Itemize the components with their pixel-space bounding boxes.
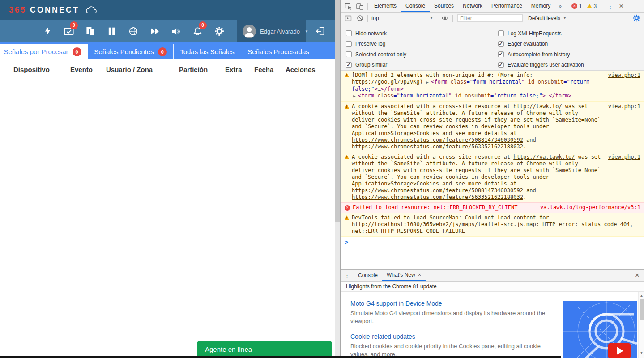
console-link[interactable]: http://localhost:1080/365webv2/js/maps/l… <box>352 221 536 227</box>
clear-console-icon[interactable] <box>354 13 366 24</box>
close-tab-icon[interactable]: × <box>418 269 422 281</box>
inspect-element-icon[interactable] <box>342 0 354 12</box>
settings-gear-icon[interactable] <box>213 25 225 38</box>
tab-network[interactable]: Network <box>458 0 487 12</box>
console-warning-sourcemap: DevTools failed to load SourceMap: Could… <box>341 213 644 237</box>
tab-todas-las-senales[interactable]: Todas las Señales <box>174 44 241 59</box>
more-tabs-icon[interactable]: » <box>555 3 565 9</box>
app-toolbar: 0 0 <box>0 20 335 42</box>
signal-tabs: Señales por Procesar 0 Señales Pendiente… <box>0 42 335 59</box>
checkbox-log-xmlhttprequests[interactable] <box>498 30 504 36</box>
messages-icon[interactable]: 0 <box>63 25 75 38</box>
console-link[interactable]: http://tawk.to/ <box>513 103 562 110</box>
video-thumbnail[interactable] <box>563 301 637 358</box>
tab-memory[interactable]: Memory <box>527 0 555 12</box>
tab-performance[interactable]: Performance <box>487 0 527 12</box>
toolbar-spacer <box>225 20 237 42</box>
scroll-up-icon[interactable]: ▲ <box>639 293 644 299</box>
page-scrollbar[interactable] <box>335 0 340 358</box>
console-link[interactable]: https://va.tawk.to/ <box>513 154 575 160</box>
drawer-tab-whats-new[interactable]: What's New × <box>382 270 426 281</box>
tab-label: Todas las Señales <box>180 48 235 55</box>
notifications-icon[interactable]: 0 <box>192 25 204 38</box>
message-segment: DevTools failed to load SourceMap: Could… <box>352 215 549 221</box>
chevron-down-icon: ▼ <box>430 16 433 20</box>
log-levels-selector[interactable]: Default levels ▼ <box>528 15 567 21</box>
youtube-play-icon[interactable] <box>608 343 631 358</box>
scrollbar-thumb[interactable] <box>335 0 340 222</box>
checkbox-selected-context-only[interactable] <box>346 51 352 57</box>
console-link[interactable]: https://goo.gl/9p2vKg <box>352 79 420 85</box>
live-expression-eye-icon[interactable] <box>439 13 451 24</box>
code-token: onsubmit <box>461 93 490 99</box>
code-token: ="form-horizontal" <box>393 93 452 99</box>
lightning-icon[interactable] <box>41 25 53 38</box>
warning-icon <box>345 155 349 159</box>
devtools-menu-icon[interactable]: ⋮ <box>603 2 617 10</box>
logout-button[interactable] <box>306 20 335 42</box>
tab-senales-pendientes[interactable]: Señales Pendientes 0 <box>88 44 174 59</box>
source-link[interactable]: va.tawk.to/log-performance/v3:1 <box>540 204 640 211</box>
checkbox-hide-network[interactable] <box>346 30 352 36</box>
checkbox-group-similar[interactable] <box>346 62 352 68</box>
fast-forward-icon[interactable] <box>149 25 161 38</box>
tab-senales-procesadas[interactable]: Señales Procesadas <box>241 44 316 59</box>
console-sidebar-icon[interactable] <box>342 13 354 24</box>
setting-log-xmlhttprequests: Log XMLHttpRequests <box>498 28 584 39</box>
console-filter-input[interactable] <box>457 14 523 22</box>
globe-icon[interactable] <box>127 25 139 38</box>
console-link[interactable]: https://www.chromestatus.com/feature/563… <box>352 194 523 200</box>
tab-console[interactable]: Console <box>401 0 430 12</box>
setting-selected-context-only: Selected context only <box>346 49 498 60</box>
code-token: class <box>447 79 466 85</box>
copy-icon[interactable] <box>84 25 96 38</box>
expand-icon[interactable]: ▶ <box>426 80 431 84</box>
checkbox-evaluate-user-activation[interactable] <box>498 62 504 68</box>
console-link[interactable]: https://www.chromestatus.com/feature/563… <box>352 143 523 150</box>
message-segment: A cookie associated with a cross-site re… <box>352 103 513 110</box>
console-link[interactable]: https://www.chromestatus.com/feature/508… <box>352 137 523 143</box>
scrollbar-thumb[interactable] <box>640 299 644 320</box>
code-token: <form <box>358 93 374 99</box>
drawer-close-icon[interactable]: × <box>633 271 644 280</box>
app-logo: 365 CONNECT <box>9 5 98 15</box>
checkbox-eager-evaluation[interactable] <box>498 41 504 47</box>
tab-elements[interactable]: Elements <box>370 0 401 12</box>
source-link[interactable]: view.php:1 <box>608 103 640 110</box>
brand-name: CONNECT <box>30 5 79 15</box>
expand-icon[interactable]: ▶ <box>353 94 358 98</box>
scroll-down-icon[interactable]: ▼ <box>639 350 644 356</box>
checkbox-preserve-log[interactable] <box>346 41 352 47</box>
setting-hide-network: Hide network <box>346 28 498 39</box>
warning-badge-icon <box>587 4 592 8</box>
context-selector[interactable]: top ▼ <box>371 15 433 21</box>
source-link[interactable]: view.php:1 <box>608 154 640 160</box>
user-menu[interactable]: Edgar Alvarado ▼ <box>237 20 306 42</box>
chat-status-button[interactable]: Agente en línea <box>197 341 332 358</box>
source-link[interactable]: view.php:1 <box>608 72 640 79</box>
separator <box>367 15 368 22</box>
devtools-close-icon[interactable]: × <box>617 2 628 11</box>
drawer-tab-console[interactable]: Console <box>354 270 382 281</box>
volume-icon[interactable] <box>170 25 182 38</box>
console-settings-gear-icon[interactable] <box>631 13 642 24</box>
tab-senales-por-procesar[interactable]: Señales por Procesar 0 <box>0 44 85 59</box>
tab-sources[interactable]: Sources <box>430 0 458 12</box>
settings-column-right: Log XMLHttpRequests Eager evaluation Aut… <box>498 28 584 70</box>
console-link[interactable]: https://www.chromestatus.com/feature/508… <box>352 187 523 194</box>
app-window: 365 CONNECT 0 <box>0 0 335 358</box>
checkbox-autocomplete-history[interactable] <box>498 51 504 57</box>
pause-icon[interactable] <box>106 25 118 38</box>
error-warning-counts[interactable]: × 1 3 <box>571 3 597 9</box>
separator <box>601 3 601 10</box>
console-prompt[interactable]: > <box>341 237 644 247</box>
device-toolbar-icon[interactable] <box>354 0 366 12</box>
tab-badge: 0 <box>73 47 81 56</box>
drawer-menu-icon[interactable]: ⋮ <box>341 272 354 279</box>
code-token: ="return false;" <box>490 93 542 99</box>
setting-group-similar: Group similar <box>346 60 498 71</box>
checkbox-label: Preserve log <box>355 41 385 47</box>
whats-new-link-moto-g4[interactable]: Moto G4 support in Device Mode <box>350 300 554 307</box>
whats-new-scrollbar[interactable]: ▲ ▼ <box>638 292 644 358</box>
whats-new-link-cookies[interactable]: Cookie-related updates <box>350 333 554 340</box>
